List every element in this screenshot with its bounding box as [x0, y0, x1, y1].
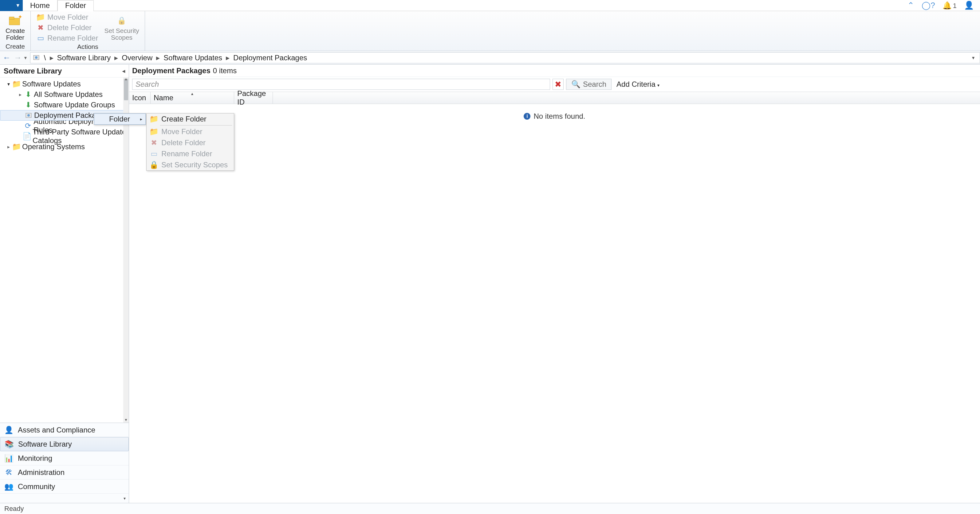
search-button[interactable]: 🔍 Search — [566, 79, 611, 90]
collapse-ribbon-icon[interactable]: ⌃ — [907, 1, 914, 10]
sidebar-nav-library[interactable]: 📚 Software Library — [0, 437, 129, 451]
main-item-count: 0 items — [213, 67, 237, 75]
clear-search-button[interactable]: ✖ — [552, 79, 563, 90]
header-right: ⌃ ◯? 🔔1 👤 — [907, 1, 980, 10]
tree-scrollbar[interactable]: ▼ ▲ — [123, 78, 129, 423]
col-spacer — [273, 92, 980, 104]
user-icon[interactable]: 👤 — [964, 1, 974, 10]
collapse-sidebar-icon[interactable]: ◂ — [122, 68, 125, 75]
move-folder-icon: 📁 — [150, 127, 158, 136]
rename-icon: ▭ — [150, 150, 158, 158]
expand-toggle-icon[interactable] — [6, 144, 11, 150]
sidebar-nav-assets[interactable]: 👤 Assets and Compliance — [0, 423, 129, 437]
expand-toggle-icon[interactable] — [18, 92, 23, 97]
sidebar-nav-monitoring[interactable]: 📊 Monitoring — [0, 451, 129, 465]
tab-home[interactable]: Home — [23, 0, 57, 11]
app-menu-button[interactable]: ▼ — [0, 0, 23, 11]
sidebar-nav-overflow[interactable]: ▾ — [0, 494, 129, 503]
community-icon: 👥 — [4, 482, 14, 491]
rename-folder-button[interactable]: ▭ Rename Folder — [34, 33, 100, 43]
folder-new-icon: 📁 — [150, 115, 158, 123]
context-item-delete-folder: ✖ Delete Folder — [146, 137, 234, 148]
breadcrumb-item[interactable]: Software Updates — [162, 53, 224, 63]
catalog-icon: 📄 — [23, 132, 31, 140]
nav-forward-button[interactable]: → — [12, 52, 23, 63]
sidebar-nav-community[interactable]: 👥 Community — [0, 480, 129, 494]
tree-item-all-software-updates[interactable]: ⬇ All Software Updates — [0, 89, 129, 100]
ribbon-group-actions: 📁 Move Folder ✖ Delete Folder ▭ Rename F… — [31, 11, 145, 51]
context-item-create-folder[interactable]: 📁 Create Folder — [146, 113, 234, 125]
sidebar: Software Library ◂ 📁 Software Updates ⬇ … — [0, 65, 129, 503]
set-security-scopes-button[interactable]: 🔒 Set Security Scopes — [102, 13, 141, 42]
main-title: Deployment Packages — [132, 67, 210, 75]
sidebar-tree: 📁 Software Updates ⬇ All Software Update… — [0, 78, 129, 423]
updates-icon: ⬇ — [25, 91, 32, 98]
chevron-right-icon: ▸ — [114, 54, 118, 62]
close-icon: ✖ — [555, 80, 562, 89]
col-icon[interactable]: Icon — [129, 92, 151, 104]
context-item-rename-folder: ▭ Rename Folder — [146, 148, 234, 159]
chevron-right-icon: ▸ — [50, 54, 54, 62]
assets-icon: 👤 — [4, 425, 14, 435]
breadcrumb[interactable]: \ ▸ Software Library ▸ Overview ▸ Softwa… — [30, 52, 980, 63]
create-folder-label: Create Folder — [6, 27, 25, 41]
sidebar-title: Software Library ◂ — [0, 65, 129, 78]
status-text: Ready — [4, 505, 24, 513]
ribbon-group-create: ✦ Create Folder Create — [0, 11, 31, 51]
delete-icon: ✖ — [150, 139, 158, 147]
chevron-down-icon: ▾ — [657, 83, 659, 88]
breadcrumb-item[interactable]: Overview — [120, 53, 154, 63]
tree-item-software-update-groups[interactable]: ⬇ Software Update Groups — [0, 100, 129, 110]
sidebar-nav-administration[interactable]: 🛠 Administration — [0, 465, 129, 480]
chevron-down-icon: ▼ — [15, 3, 20, 8]
add-criteria-button[interactable]: Add Criteria ▾ — [614, 80, 662, 89]
context-submenu-folder: 📁 Create Folder 📁 Move Folder ✖ Delete F… — [146, 113, 234, 171]
sort-asc-icon: ▲ — [191, 92, 194, 96]
breadcrumb-dropdown-icon[interactable]: ▼ — [971, 55, 977, 60]
folder-icon: 📁 — [13, 80, 20, 88]
header-tabs: ▼ Home Folder ⌃ ◯? 🔔1 👤 — [0, 0, 980, 11]
tab-folder[interactable]: Folder — [57, 0, 94, 11]
create-folder-button[interactable]: ✦ Create Folder — [4, 13, 27, 42]
context-item-folder[interactable]: Folder ▸ — [94, 113, 146, 125]
delete-icon: ✖ — [36, 24, 45, 31]
package-icon — [25, 112, 32, 119]
nav-bar: ← → ▼ \ ▸ Software Library ▸ Overview ▸ … — [0, 51, 980, 65]
chevron-right-icon: ▸ — [156, 54, 160, 62]
breadcrumb-item[interactable]: Software Library — [55, 53, 113, 63]
rules-icon: ⟳ — [25, 122, 32, 129]
notifications-icon[interactable]: 🔔1 — [942, 1, 957, 10]
info-icon: i — [523, 113, 530, 120]
context-item-move-folder: 📁 Move Folder — [146, 126, 234, 137]
move-folder-button[interactable]: 📁 Move Folder — [34, 12, 100, 22]
empty-state: i No items found. — [129, 104, 980, 121]
tree-item-software-updates[interactable]: 📁 Software Updates — [0, 79, 129, 89]
main-header: Deployment Packages 0 items — [129, 65, 980, 77]
breadcrumb-item[interactable]: Deployment Packages — [231, 53, 309, 63]
rename-icon: ▭ — [36, 34, 45, 42]
breadcrumb-root[interactable]: \ — [42, 53, 48, 63]
help-icon[interactable]: ◯? — [922, 1, 935, 10]
col-package-id[interactable]: Package ID — [234, 92, 273, 104]
col-name[interactable]: ▲ Name — [151, 92, 234, 104]
set-security-label: Set Security Scopes — [104, 27, 139, 41]
search-input[interactable]: Search — [132, 79, 550, 90]
expand-toggle-icon[interactable] — [6, 81, 11, 87]
menu-separator — [160, 125, 232, 126]
tree-item-third-party-catalogs[interactable]: 📄 Third-Party Software Update Catalogs — [0, 131, 129, 142]
status-bar: Ready — [0, 503, 980, 514]
svg-point-4 — [35, 56, 38, 59]
breadcrumb-root-icon — [33, 54, 40, 62]
svg-point-6 — [27, 114, 30, 117]
context-item-set-security: 🔒 Set Security Scopes — [146, 159, 234, 171]
chevron-right-icon: ▸ — [226, 54, 229, 62]
delete-folder-button[interactable]: ✖ Delete Folder — [34, 23, 100, 33]
nav-history-dropdown[interactable]: ▼ — [23, 55, 28, 60]
folder-new-icon: ✦ — [8, 14, 23, 27]
chevron-right-icon: ▸ — [140, 117, 142, 121]
library-icon: 📚 — [5, 439, 14, 449]
context-menu-folder: Folder ▸ — [94, 113, 146, 125]
ribbon-group-label-actions: Actions — [34, 43, 141, 51]
nav-back-button[interactable]: ← — [1, 52, 12, 63]
folder-icon: 📁 — [13, 143, 20, 150]
